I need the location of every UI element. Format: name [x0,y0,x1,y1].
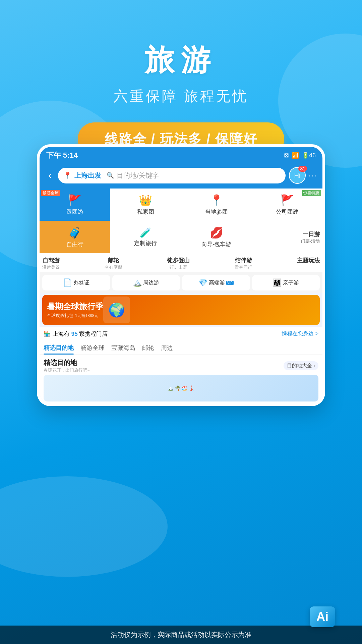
featured-title: 精选目的地 [44,358,90,367]
banner-sub: 全球度假礼包 [47,313,73,319]
banner-illustration: 🌍 [103,297,130,323]
tab-yl[interactable]: 邮轮 [142,344,154,355]
store-text2: 家携程门店 [79,331,108,337]
destination-preview: 🏔️ 🌴 🏖️ 🗼 [44,375,318,401]
tbds-label: 徒步登山 [167,257,190,264]
zby-label: 周边游 [143,279,159,286]
category-tabs: 精选目的地 畅游全球 宝藏海岛 邮轮 周边 [40,341,322,355]
grid-item-yry[interactable]: 一日游 门票·活动 [252,221,322,253]
bg-decoration-3 [0,476,168,577]
qzy-label: 亲子游 [283,279,299,286]
more-button[interactable]: ··· [308,171,317,180]
ai-badge[interactable]: Ai [310,606,335,627]
status-icons: ⊠ 📶 🔋46 [284,152,316,159]
featured-header-left: 精选目的地 春暖花开，出门旅行吧~ [44,358,90,373]
grid-item-gsj[interactable]: 惊喜特惠 🚩 公司团建 [252,189,322,221]
store-text1: 上海有 [53,331,70,337]
grid-item-ddc[interactable]: 📍 当地参团 [181,189,252,221]
wifi-icon: 📶 [292,152,299,159]
store-icon: 🏪 [44,330,51,337]
location-icon: 📍 [63,171,72,179]
small-item-zjy[interactable]: 自驾游 沿途美景 [42,257,60,270]
small-item-tbds[interactable]: 徒步登山 行走山野 [167,257,190,270]
ddc-label: 当地参团 [205,208,228,216]
featured-section: 精选目的地 春暖花开，出门旅行吧~ 目的地大全 › 🏔️ 🌴 🏖️ 🗼 [40,355,322,404]
gdy-label: 高端游 [209,279,225,286]
notification-badge: 81 [298,166,307,172]
store-info-row: 🏪 上海有 95 家携程门店 携程在您身边 > [40,327,322,341]
qzy-icon: 👨‍👩‍👧 [273,278,282,287]
small-item-ztws[interactable]: 主题玩法 [297,257,320,270]
small-item-yl[interactable]: 邮轮 省心度假 [105,257,122,270]
yl-sub: 省心度假 [105,264,122,270]
featured-all-button[interactable]: 目的地大全 › [284,361,318,370]
sec-item-qzy[interactable]: 👨‍👩‍👧 亲子游 [252,275,320,290]
sec-item-bqz[interactable]: 📄 办签证 [42,275,110,290]
phone-content: 畅游全球 🚩 跟团游 👑 私家团 📍 当地参团 [40,189,322,404]
secondary-items-row: 📄 办签证 🏔️ 周边游 💎 高端游 VIP 👨‍👩‍👧 亲子游 [40,272,322,293]
tab-zb[interactable]: 周边 [161,344,173,355]
gsj-label: 公司团建 [276,208,299,216]
category-grid-row1: 畅游全球 🚩 跟团游 👑 私家团 📍 当地参团 [40,189,322,221]
grid-item-grt[interactable]: 畅游全球 🚩 跟团游 [40,189,110,221]
featured-subtitle: 春暖花开，出门旅行吧~ [44,367,90,373]
bqz-icon: 📄 [63,278,72,287]
tab-jsmdd[interactable]: 精选目的地 [44,344,74,355]
store-count: 95 [71,331,78,337]
battery-icon: 🔋46 [302,152,316,159]
dzlx-label: 定制旅行 [134,239,157,247]
store-text: 上海有 95 家携程门店 [53,330,108,338]
disclaimer-bar: 活动仅为示例，实际商品或活动以实际公示为准 [0,626,362,644]
banner-title: 暑期全球旅行季 [47,301,103,312]
disclaimer-text: 活动仅为示例，实际商品或活动以实际公示为准 [111,631,251,638]
banner-promo: 1元抵1888元 [75,313,98,319]
small-items-row: 自驾游 沿途美景 邮轮 省心度假 徒步登山 行走山野 结伴游 青春同行 [40,253,322,272]
phone-mockup: 下午 5:14 ⊠ 📶 🔋46 ‹ 📍 上海出发 🔍 目的地/关键字 [37,144,325,406]
yry-label: 一日游 [303,230,320,238]
bqz-label: 办签证 [73,279,89,286]
phone-screen: 下午 5:14 ⊠ 📶 🔋46 ‹ 📍 上海出发 🔍 目的地/关键字 [40,147,322,404]
search-bar[interactable]: 📍 上海出发 🔍 目的地/关键字 [58,168,286,183]
pjt-icon: 👑 [139,194,152,207]
avatar-button[interactable]: Hi 81 [289,167,306,184]
sec-item-zby[interactable]: 🏔️ 周边游 [112,275,180,290]
promo-banner[interactable]: 暑期全球旅行季 全球度假礼包 1元抵1888元 🌍 [42,295,320,325]
category-grid-row2: 🧳 自由行 🧪 定制旅行 💋 向导·包车游 一日游 [40,221,322,253]
grid-item-zyx[interactable]: 🧳 自由行 [40,221,110,253]
zyx-icon: 🧳 [68,226,81,239]
jby-label: 结伴游 [235,257,252,264]
gdy-icon: 💎 [198,278,207,287]
page-title: 旅游 [0,40,362,80]
yl-label: 邮轮 [108,257,119,264]
ai-badge-area[interactable]: Ai [310,606,335,627]
store-left: 🏪 上海有 95 家携程门店 [44,330,108,338]
ztws-label: 主题玩法 [297,257,320,264]
back-button[interactable]: ‹ [45,169,55,182]
search-icon: 🔍 [107,172,114,179]
grt-label: 跟团游 [66,208,83,216]
grid-item-xdbcy[interactable]: 💋 向导·包车游 [181,221,252,253]
header-section: 旅游 六重保障 旅程无忧 线路全 / 玩法多 / 保障好 [0,0,362,156]
yry-sub: 门票·活动 [301,238,320,244]
vip-tag: VIP [226,281,234,285]
featured-header: 精选目的地 春暖花开，出门旅行吧~ 目的地大全 › [44,358,318,373]
pjt-label: 私家团 [137,208,154,216]
dzlx-icon: 🧪 [140,227,152,238]
tbds-sub: 行走山野 [170,264,187,270]
banner-text: 暑期全球旅行季 全球度假礼包 1元抵1888元 [47,301,103,319]
sec-item-gdy[interactable]: 💎 高端游 VIP [182,275,250,290]
tab-cyqb[interactable]: 畅游全球 [80,344,105,355]
grid-item-dzlx[interactable]: 🧪 定制旅行 [110,221,181,253]
small-item-jby[interactable]: 结伴游 青春同行 [235,257,252,270]
ddc-icon: 📍 [210,194,223,207]
store-link[interactable]: 携程在您身边 > [282,330,318,337]
grid-item-pjt[interactable]: 👑 私家团 [110,189,181,221]
screen-record-icon: ⊠ [284,152,289,159]
zjy-sub: 沿途美景 [42,264,60,270]
status-bar: 下午 5:14 ⊠ 📶 🔋46 [40,147,322,164]
tab-bzhy[interactable]: 宝藏海岛 [111,344,135,355]
xdbcy-icon: 💋 [210,226,223,239]
header-subtitle: 六重保障 旅程无忧 [0,87,362,106]
zjy-label: 自驾游 [43,257,60,264]
phone-frame: 下午 5:14 ⊠ 📶 🔋46 ‹ 📍 上海出发 🔍 目的地/关键字 [37,144,325,406]
